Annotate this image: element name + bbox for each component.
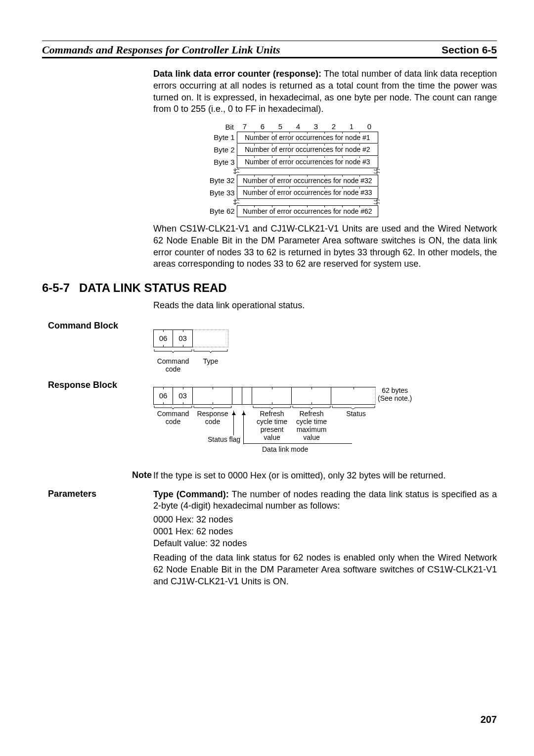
byte-label: Byte 1 [205,133,237,142]
param-type-para: Type (Command): The number of nodes read… [153,489,497,513]
bit-7: 7 [236,122,254,131]
section-title: DATA LINK STATUS READ [79,281,497,295]
resp-label-status-flag: Status flag [208,435,240,443]
command-block-diagram: 06 03 Command code Type [153,321,497,373]
byte-text: Number of error occurrences for node #3 [245,158,370,166]
byte-text: Number of error occurrences for node #62 [243,207,372,215]
byte-text: Number of error occurrences for node #33 [243,189,372,196]
cmd-label-type: Type [193,357,228,373]
bit-4: 4 [289,122,307,131]
para-error-counter: Data link data error counter (response):… [153,68,497,115]
header-right: Section 6-5 [442,44,497,56]
page-header: Commands and Responses for Controller Li… [42,44,497,56]
resp-cell-response-code [193,387,232,405]
byte-label: Byte 62 [205,207,237,215]
resp-cell-03: 03 [173,387,193,405]
param-para-2: Reading of the data link status for 62 n… [153,552,497,587]
bit-2: 2 [325,122,343,131]
byte-label: Byte 2 [205,145,237,154]
byte-text: Number of error occurrences for node #1 [245,134,370,142]
byte-gap [235,168,377,174]
bit-0: 0 [360,122,378,131]
arrow-up-icon [232,412,236,415]
cmd-cell-03: 03 [173,330,193,347]
byte-box: Number of error occurrences for node #33 [237,187,378,199]
bit-1: 1 [343,122,360,131]
resp-label-refresh-max: Refresh cycle time maximum value [292,410,331,441]
side-label-parameters: Parameters [48,489,96,499]
bit-label: Bit [205,123,236,131]
byte-box: Number of error occurrences for node #62 [237,205,378,217]
header-rule-thin [42,41,497,41]
byte-label: Byte 33 [205,189,237,197]
resp-cell-06: 06 [153,387,173,405]
side-label-command-block: Command Block [48,321,118,331]
byte-table: Bit 7 6 5 4 3 2 1 0 Byte 1Number of erro… [205,122,378,217]
resp-label-code: Command code [153,410,193,425]
param-type-bold: Type (Command): [153,489,229,499]
byte-box: Number of error occurrences for node #32 [237,175,378,187]
resp-label-status: Status [336,410,376,418]
byte-label: Byte 32 [205,176,237,185]
param-line-2: 0001 Hex: 62 nodes [153,526,497,538]
byte-box: Number of error occurrences for node #2 [237,144,378,156]
byte-box: Number of error occurrences for node #1 [237,132,378,143]
byte-text: Number of error occurrences for node #2 [245,145,370,153]
cmd-label-code: Command code [153,357,193,373]
param-line-3: Default value: 32 nodes [153,538,497,550]
header-left: Commands and Responses for Controller Li… [42,44,280,56]
bit-6: 6 [254,122,271,131]
para-error-counter-bold: Data link data error counter (response): [153,69,321,79]
section-number: 6-5-7 [42,281,70,295]
byte-gap [235,199,377,205]
bit-3: 3 [307,122,325,131]
header-rule-thick [42,57,497,58]
resp-label-refresh-present: Refresh cycle time present value [252,410,292,441]
page-number: 207 [481,714,497,725]
response-block-diagram: 06 03 62 bytes (See note.) [153,380,497,410]
byte-box: Number of error occurrences for node #3 [237,156,378,168]
resp-cell-status [331,387,376,405]
resp-cell-refresh-present [252,387,292,405]
para-wired-network: When CS1W-CLK21-V1 and CJ1W-CLK21-V1 Uni… [153,223,497,270]
para-reads-status: Reads the data link operational status. [153,300,497,312]
side-label-response-block: Response Block [48,380,117,390]
resp-cell-status-flag [232,387,242,405]
cmd-cell-06: 06 [153,330,173,347]
note-label: Note [132,470,152,480]
resp-label-response: Response code [193,410,232,425]
byte-label: Byte 3 [205,158,237,166]
resp-cell-data-link-mode [242,387,252,405]
resp-cell-refresh-max [292,387,331,405]
cmd-cell-type [193,330,228,347]
arrow-up-icon [242,412,246,415]
resp-note-62bytes: 62 bytes (See note.) [376,386,412,402]
param-line-1: 0000 Hex: 32 nodes [153,514,497,526]
resp-label-data-link-mode: Data link mode [262,445,308,453]
bit-5: 5 [271,122,289,131]
note-text: If the type is set to 0000 Hex (or is om… [153,470,497,482]
byte-text: Number of error occurrences for node #32 [243,177,372,185]
